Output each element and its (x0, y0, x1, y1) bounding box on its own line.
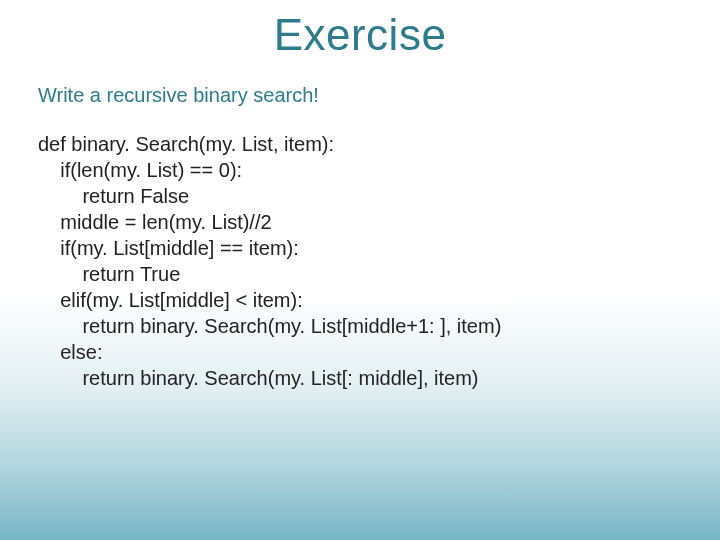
slide: Exercise Write a recursive binary search… (0, 0, 720, 540)
slide-title: Exercise (0, 0, 720, 66)
code-block: def binary. Search(my. List, item): if(l… (0, 107, 720, 391)
slide-subtitle: Write a recursive binary search! (0, 66, 720, 107)
